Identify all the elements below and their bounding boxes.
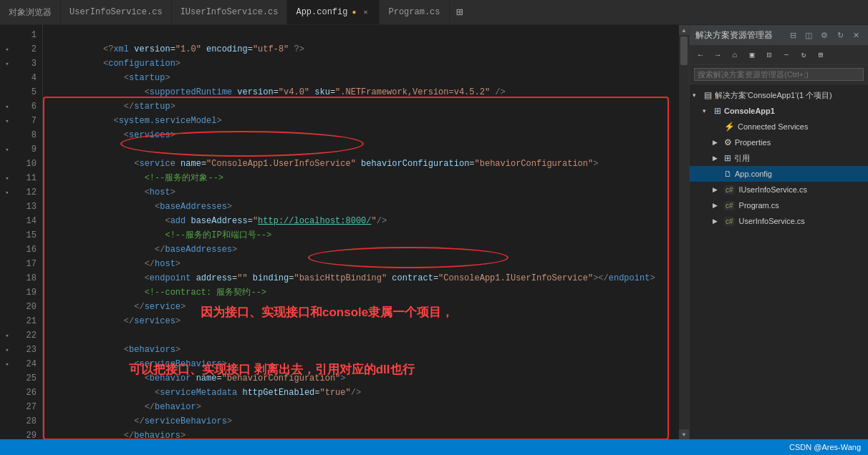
tab-close-button[interactable]: ✕ [360, 7, 370, 17]
fold-line [0, 314, 14, 328]
tab-label: 对象浏览器 [9, 6, 52, 19]
tab-userinfo-service[interactable]: UserInfoService.cs [61, 0, 172, 24]
tab-object-browser[interactable]: 对象浏览器 [0, 0, 61, 24]
tab-program-cs[interactable]: Program.cs [380, 0, 449, 24]
tree-item-solution[interactable]: ▾ ▤ 解决方案'ConsoleApp1'(1 个项目) [690, 87, 868, 103]
toolbar-refresh[interactable]: ↻ [796, 47, 811, 63]
fold-line [0, 200, 14, 214]
fold-line [0, 243, 14, 257]
show-all-files-button[interactable]: ◫ [802, 29, 815, 41]
panel-toolbar: ← → ⌂ ▣ ⊡ − ↻ ⊞ [690, 45, 868, 65]
home-button[interactable]: ⌂ [727, 47, 743, 63]
fold-line[interactable]: ▾ [0, 114, 14, 128]
solution-explorer: 解决方案资源管理器 ⊟ ◫ ⚙ ↻ ✕ ← → ⌂ ▣ ⊡ − ↻ ⊞ [689, 25, 868, 439]
tab-label: IUserInfoService.cs [180, 7, 279, 17]
tab-app-config[interactable]: App.config ● ✕ [287, 0, 380, 24]
scrollbar[interactable]: ▲ ▼ [679, 25, 689, 439]
close-panel-button[interactable]: ✕ [849, 29, 862, 41]
references-icon: ⊞ [724, 153, 731, 163]
code-line-1: <?xml version="1.0" encoding="utf-8" ?> [52, 28, 679, 42]
tab-label: Program.cs [388, 7, 440, 17]
tree-arrow-program: ▶ [713, 202, 721, 209]
tree-label-properties: Properties [735, 138, 771, 147]
code-line-9: <service name="ConsoleApp1.UserInfoServi… [52, 142, 679, 157]
scrollbar-down[interactable]: ▼ [679, 429, 689, 439]
appconfig-icon: 🗋 [724, 170, 732, 178]
panel-title-bar: 解决方案资源管理器 ⊟ ◫ ⚙ ↻ ✕ [690, 25, 868, 45]
fold-line [0, 157, 14, 171]
panel-title: 解决方案资源管理器 [695, 29, 773, 41]
tree-arrow-properties: ▶ [713, 139, 721, 146]
fold-line [0, 386, 14, 400]
tree-item-connected-services[interactable]: ⚡ Connected Services [690, 119, 868, 134]
fold-line [0, 300, 14, 314]
tree-item-references[interactable]: ▶ ⊞ 引用 [690, 150, 868, 166]
refresh-button[interactable]: ↻ [834, 29, 847, 41]
fold-line [0, 85, 14, 99]
toolbar-pin[interactable]: − [778, 47, 794, 63]
fold-line [0, 285, 14, 300]
code-line-22: <behaviors> [52, 328, 679, 343]
tree-arrow-userinfo: ▶ [713, 217, 721, 225]
tree-label-program: Program.cs [739, 201, 779, 210]
scrollbar-up[interactable]: ▲ [679, 25, 689, 35]
toolbar-toggle1[interactable]: ▣ [744, 47, 760, 63]
project-icon: ⊞ [714, 106, 721, 116]
fold-gutter: ▾ ▾ ▾ ▾ ▾ ▾ ▾ ▾ ▾ [0, 25, 14, 439]
fold-line[interactable]: ▾ [0, 42, 14, 57]
tree-label-project: ConsoleApp1 [724, 107, 775, 115]
collapse-all-button[interactable]: ⊟ [786, 29, 799, 41]
toolbar-toggle2[interactable]: ⊡ [761, 47, 777, 63]
toolbar-debug[interactable]: ⊞ [813, 47, 829, 63]
status-bar: CSDN @Ares-Wang [0, 439, 868, 455]
fold-line [0, 128, 14, 142]
fold-line[interactable]: ▾ [0, 99, 14, 114]
connected-services-icon: ⚡ [724, 122, 735, 132]
tree-item-app-config[interactable]: 🗋 App.config [690, 166, 868, 182]
tab-bar: 对象浏览器 UserInfoService.cs IUserInfoServic… [0, 0, 868, 25]
tree-item-properties[interactable]: ▶ ⚙ Properties [690, 134, 868, 150]
fold-line [0, 429, 14, 439]
fold-line[interactable]: ▾ [0, 142, 14, 157]
code-area[interactable]: 因为接口、实现接口和console隶属一个项目， 可以把接口、实现接口 剥离出去… [43, 25, 679, 439]
tree-item-iuserinfo[interactable]: ▶ c# IUserInfoService.cs [690, 182, 868, 197]
solution-icon: ▤ [704, 90, 712, 100]
search-bar [690, 65, 868, 84]
fold-line[interactable]: ▾ [0, 171, 14, 185]
fold-line [0, 71, 14, 85]
fold-line [0, 414, 14, 429]
tab-iuserinfo-service[interactable]: IUserInfoService.cs [172, 0, 288, 24]
tab-label: App.config [296, 7, 347, 17]
fold-line [0, 271, 14, 285]
tree-label-appconfig: App.config [735, 170, 772, 178]
fold-line [0, 214, 14, 228]
fold-line [0, 257, 14, 271]
fold-line[interactable]: ▾ [0, 328, 14, 343]
scrollbar-track[interactable] [679, 35, 689, 429]
userinfo-icon: c# [724, 217, 735, 226]
properties-icon: ⚙ [724, 137, 732, 147]
tree-item-userinfo[interactable]: ▶ c# UserInfoService.cs [690, 213, 868, 229]
search-input[interactable] [694, 68, 864, 81]
forward-button[interactable]: → [710, 47, 725, 63]
properties-button[interactable]: ⚙ [818, 29, 831, 41]
fold-line[interactable] [0, 28, 14, 42]
tree-label-references: 引用 [734, 153, 750, 164]
fold-line [0, 400, 14, 414]
editor-content: ▾ ▾ ▾ ▾ ▾ ▾ ▾ ▾ ▾ [0, 25, 689, 439]
fold-line [0, 371, 14, 386]
tree-arrow-solution: ▾ [693, 92, 701, 99]
tree-item-program[interactable]: ▶ c# Program.cs [690, 197, 868, 213]
tree-label-userinfo: UserInfoService.cs [739, 217, 805, 225]
back-button[interactable]: ← [693, 47, 708, 63]
fold-line[interactable]: ▾ [0, 343, 14, 357]
tab-add-button[interactable]: ⊞ [450, 0, 470, 25]
fold-line[interactable]: ▾ [0, 57, 14, 71]
status-text: CSDN @Ares-Wang [789, 443, 861, 451]
tree-view: ▾ ▤ 解决方案'ConsoleApp1'(1 个项目) ▾ ⊞ Console… [690, 84, 868, 439]
tree-item-project[interactable]: ▾ ⊞ ConsoleApp1 [690, 103, 868, 119]
scrollbar-thumb[interactable] [680, 36, 688, 65]
line-numbers: 12345 678910 1112131415 1617181920 21222… [14, 25, 43, 439]
fold-line[interactable]: ▾ [0, 185, 14, 200]
fold-line[interactable]: ▾ [0, 357, 14, 371]
